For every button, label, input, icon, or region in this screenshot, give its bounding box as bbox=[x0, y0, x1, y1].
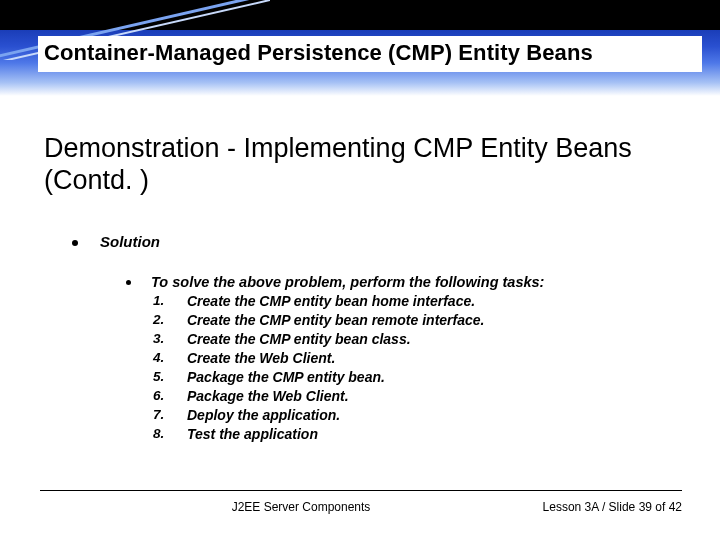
header-title-box: Container-Managed Persistence (CMP) Enti… bbox=[38, 36, 702, 72]
task-text: Package the Web Client. bbox=[187, 388, 349, 404]
task-number: 8. bbox=[151, 426, 187, 441]
header-band: Container-Managed Persistence (CMP) Enti… bbox=[0, 0, 720, 96]
bullet-level2: To solve the above problem, perform the … bbox=[126, 274, 684, 442]
task-number: 7. bbox=[151, 407, 187, 422]
level1-text: Solution bbox=[100, 233, 160, 250]
content: Demonstration - Implementing CMP Entity … bbox=[44, 132, 684, 442]
slide-title: Demonstration - Implementing CMP Entity … bbox=[44, 132, 684, 197]
footer-divider bbox=[40, 490, 682, 491]
task-number: 6. bbox=[151, 388, 187, 403]
list-item: 1. Create the CMP entity bean home inter… bbox=[151, 293, 684, 309]
task-text: Deploy the application. bbox=[187, 407, 340, 423]
task-number: 1. bbox=[151, 293, 187, 308]
header-title: Container-Managed Persistence (CMP) Enti… bbox=[44, 40, 696, 66]
task-number: 5. bbox=[151, 369, 187, 384]
list-item: 2. Create the CMP entity bean remote int… bbox=[151, 312, 684, 328]
list-item: 6. Package the Web Client. bbox=[151, 388, 684, 404]
task-number: 4. bbox=[151, 350, 187, 365]
bullet-dot-icon bbox=[126, 280, 131, 285]
level2-intro: To solve the above problem, perform the … bbox=[151, 274, 684, 290]
task-text: Create the CMP entity bean class. bbox=[187, 331, 411, 347]
list-item: 7. Deploy the application. bbox=[151, 407, 684, 423]
task-text: Create the Web Client. bbox=[187, 350, 335, 366]
list-item: 8. Test the application bbox=[151, 426, 684, 442]
list-item: 3. Create the CMP entity bean class. bbox=[151, 331, 684, 347]
task-number: 3. bbox=[151, 331, 187, 346]
level2-block: To solve the above problem, perform the … bbox=[151, 274, 684, 442]
header-black-bar bbox=[0, 0, 720, 30]
task-text: Create the CMP entity bean home interfac… bbox=[187, 293, 475, 309]
task-number: 2. bbox=[151, 312, 187, 327]
list-item: 5. Package the CMP entity bean. bbox=[151, 369, 684, 385]
bullet-dot-icon bbox=[72, 240, 78, 246]
footer: J2EE Server Components Lesson 3A / Slide… bbox=[40, 500, 682, 514]
task-text: Create the CMP entity bean remote interf… bbox=[187, 312, 484, 328]
slide: Container-Managed Persistence (CMP) Enti… bbox=[0, 0, 720, 540]
list-item: 4. Create the Web Client. bbox=[151, 350, 684, 366]
bullet-level1: Solution bbox=[72, 233, 684, 250]
footer-right: Lesson 3A / Slide 39 of 42 bbox=[462, 500, 682, 514]
task-text: Package the CMP entity bean. bbox=[187, 369, 385, 385]
task-text: Test the application bbox=[187, 426, 318, 442]
footer-left: J2EE Server Components bbox=[40, 500, 462, 514]
